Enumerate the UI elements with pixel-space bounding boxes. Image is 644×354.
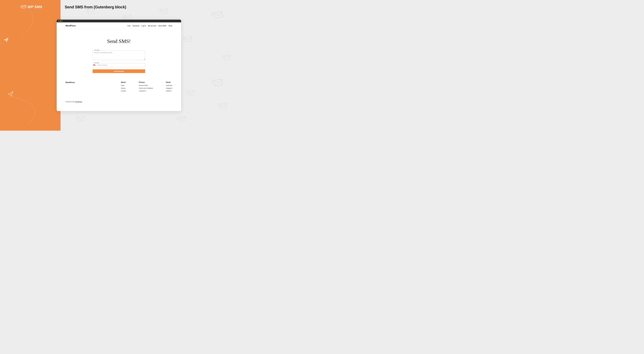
window-close-icon[interactable] — [58, 20, 59, 21]
credit-link[interactable]: WordPress — [75, 101, 82, 102]
decorative-dashed-path-1 — [21, 8, 40, 45]
country-code-select[interactable]: ▾ — [94, 64, 97, 66]
envelope-decor-icon — [176, 116, 186, 122]
svg-rect-7 — [214, 79, 222, 86]
phone-field: ▾ — [92, 63, 145, 67]
footer-brand[interactable]: WordPress — [66, 81, 75, 93]
site-header: WordPress Cart Checkout Log In My accoun… — [57, 22, 181, 29]
svg-rect-9 — [220, 103, 227, 108]
window-minimize-icon[interactable] — [60, 20, 61, 21]
footer-heading-social: Social — [166, 81, 172, 83]
page-title: Send SMS! — [107, 38, 131, 44]
footer-col-privacy: Privacy Privacy Policy Terms and Conditi… — [139, 81, 153, 93]
flag-us-icon — [94, 64, 95, 66]
svg-rect-6 — [224, 55, 231, 60]
footer-link-terms[interactable]: Terms and Conditions — [139, 87, 153, 89]
envelope-decor-icon — [85, 8, 96, 15]
nav-my-account[interactable]: My account — [148, 25, 156, 27]
svg-rect-10 — [179, 116, 186, 121]
nav-send-sms[interactable]: Send SMS! — [158, 25, 166, 27]
footer-link-privacy-policy[interactable]: Privacy Policy — [139, 85, 153, 86]
send-sms-form: Message Receiver ▾ Send Message — [92, 50, 145, 73]
window-titlebar — [57, 20, 181, 22]
page-main: Send SMS! Message Receiver ▾ Send Messag… — [57, 29, 181, 78]
footer-link-careers[interactable]: Careers — [121, 90, 126, 92]
window-maximize-icon[interactable] — [62, 20, 62, 21]
envelope-decor-icon — [217, 103, 228, 109]
decorative-dashed-path-2 — [9, 95, 41, 131]
footer-link-team[interactable]: Team — [121, 85, 126, 86]
receiver-label: Receiver — [94, 62, 100, 63]
envelope-decor-icon — [211, 79, 224, 87]
svg-rect-5 — [185, 36, 192, 42]
phone-input[interactable] — [97, 64, 144, 66]
message-textarea[interactable] — [92, 50, 145, 60]
footer-col-about: About Team History Careers — [121, 81, 126, 93]
nav-login[interactable]: Log In — [141, 25, 146, 27]
svg-rect-8 — [188, 90, 194, 96]
svg-rect-11 — [78, 116, 85, 121]
browser-window: WordPress Cart Checkout Log In My accoun… — [57, 20, 181, 111]
footer-link-twitter[interactable]: Twitter/X — [166, 90, 172, 92]
left-brand-band: WP SMS — [0, 0, 60, 131]
paper-plane-icon — [4, 37, 9, 43]
envelope-decor-icon — [222, 55, 232, 61]
send-message-button[interactable]: Send Message — [92, 69, 145, 73]
paper-plane-outline-icon — [8, 91, 14, 97]
credit-prefix: Designed with — [66, 101, 75, 102]
message-label: Message — [94, 49, 100, 51]
footer-link-history[interactable]: History — [121, 87, 126, 89]
message-field-group: Message — [92, 50, 145, 61]
svg-rect-2 — [125, 15, 132, 20]
envelope-speed-icon — [20, 5, 26, 9]
footer-col-social: Social Facebook Instagram Twitter/X — [166, 81, 172, 93]
envelope-decor-icon — [158, 8, 169, 15]
svg-rect-4 — [214, 11, 222, 18]
footer-heading-about: About — [121, 81, 126, 83]
receiver-field-group: Receiver ▾ — [92, 63, 145, 67]
nav-cart[interactable]: Cart — [127, 25, 130, 27]
envelope-decor-icon — [211, 11, 224, 19]
footer-heading-privacy: Privacy — [139, 81, 153, 83]
envelope-decor-icon — [183, 36, 193, 43]
envelope-decor-icon — [75, 116, 86, 122]
envelope-decor-icon — [185, 90, 196, 96]
nav-shop[interactable]: Shop — [168, 25, 172, 27]
svg-rect-1 — [88, 9, 95, 14]
primary-nav: Cart Checkout Log In My account Send SMS… — [127, 25, 172, 27]
footer-link-contact[interactable]: Contact Us — [139, 90, 153, 92]
svg-rect-3 — [161, 9, 168, 14]
chevron-down-icon: ▾ — [96, 64, 96, 66]
footer-link-facebook[interactable]: Facebook — [166, 85, 172, 86]
nav-checkout[interactable]: Checkout — [132, 25, 139, 27]
site-footer: WordPress About Team History Careers Pri… — [57, 78, 181, 94]
footer-columns: About Team History Careers Privacy Priva… — [121, 81, 172, 93]
footer-credit: Designed with WordPress — [57, 101, 181, 106]
footer-link-instagram[interactable]: Instagram — [166, 87, 172, 89]
site-title[interactable]: WordPress — [66, 25, 76, 27]
